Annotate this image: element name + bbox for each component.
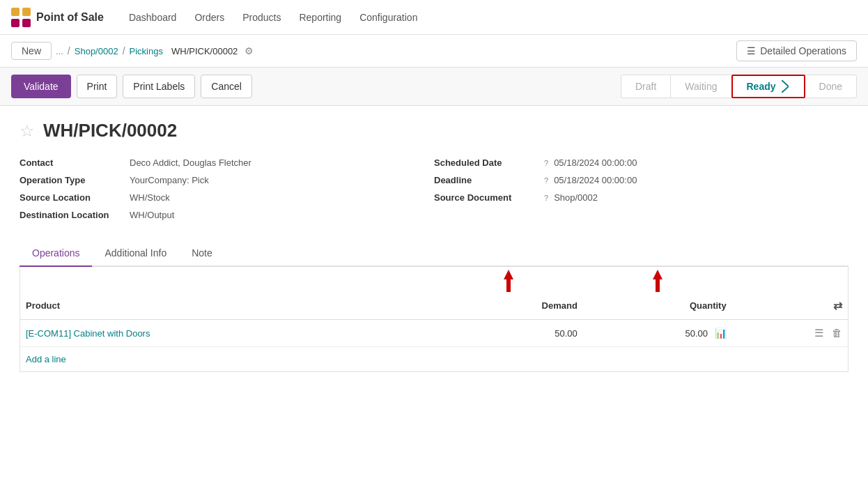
breadcrumb-shop[interactable]: Shop/0002 (75, 46, 118, 56)
breadcrumb-current: WH/PICK/00002 (171, 46, 238, 56)
fields-grid: Contact Deco Addict, Douglas Fletcher Op… (20, 154, 848, 224)
chart-bar-icon[interactable]: 📊 (715, 328, 727, 339)
source-location-value: WH/Stock (130, 192, 170, 203)
chevron-right-icon (782, 80, 789, 93)
action-buttons: Validate Print Print Labels Cancel (11, 75, 252, 98)
breadcrumb-sep1: / (68, 45, 70, 56)
step-ready-wrapper: Ready (731, 75, 805, 98)
nav-configuration[interactable]: Configuration (351, 8, 426, 27)
scheduled-date-value: 05/18/2024 00:00:00 (554, 157, 637, 168)
tab-additional-info[interactable]: Additional Info (92, 240, 179, 267)
nav-orders[interactable]: Orders (186, 8, 233, 27)
tab-operations[interactable]: Operations (20, 240, 92, 267)
add-line-button[interactable]: Add a line (26, 350, 66, 369)
record-header: ☆ WH/PICK/00002 (20, 120, 848, 141)
cancel-button[interactable]: Cancel (201, 75, 252, 98)
operation-type-value: YourCompany: Pick (130, 175, 209, 185)
add-line-container: Add a line (20, 347, 848, 371)
deadline-label: Deadline (434, 175, 538, 185)
nav-dashboard[interactable]: Dashboard (121, 8, 185, 27)
breadcrumb-bar: New ... / Shop/0002 / Pickings WH/PICK/0… (0, 35, 868, 68)
status-steps: Draft Waiting Ready Done (621, 75, 857, 98)
tab-note[interactable]: Note (179, 240, 225, 267)
nav-reporting[interactable]: Reporting (290, 8, 350, 27)
breadcrumb-dots: ... (56, 46, 63, 56)
validate-button[interactable]: Validate (11, 75, 71, 98)
demand-arrow-icon (501, 270, 516, 292)
col-demand-header: Demand (434, 292, 583, 320)
table-header-row: Product Demand Quantity ⇄ (20, 292, 848, 320)
field-contact: Contact Deco Addict, Douglas Fletcher (20, 154, 434, 171)
hamburger-icon: ☰ (747, 45, 756, 56)
step-done: Done (805, 75, 857, 98)
source-document-help: ? (544, 194, 548, 202)
step-waiting: Waiting (670, 75, 731, 98)
detailed-operations-button[interactable]: ☰ Detailed Operations (736, 40, 857, 61)
quantity-arrow-icon (650, 270, 665, 292)
detailed-ops-label: Detailed Operations (760, 45, 846, 56)
field-destination-location: Destination Location WH/Output (20, 206, 434, 224)
source-document-value: Shop/0002 (554, 192, 598, 203)
deadline-help: ? (544, 176, 548, 185)
action-bar: Validate Print Print Labels Cancel Draft… (0, 68, 868, 106)
field-scheduled-date: Scheduled Date ? 05/18/2024 00:00:00 (434, 154, 848, 171)
operation-type-label: Operation Type (20, 175, 124, 185)
arrows-row (20, 267, 848, 292)
source-document-label: Source Document (434, 192, 538, 203)
field-source-document: Source Document ? Shop/0002 (434, 189, 848, 206)
col-actions-header: ⇄ (732, 292, 848, 320)
contact-value: Deco Addict, Douglas Fletcher (130, 157, 251, 168)
record-title: WH/PICK/00002 (43, 120, 177, 141)
demand-arrow (434, 270, 583, 292)
contact-label: Contact (20, 157, 124, 168)
step-draft: Draft (621, 75, 670, 98)
col-quantity-header: Quantity (583, 292, 732, 320)
trash-icon[interactable]: 🗑 (832, 327, 842, 339)
app-title: Point of Sale (36, 11, 104, 24)
breadcrumb-pickings[interactable]: Pickings (130, 46, 163, 56)
demand-cell: 50.00 (434, 320, 583, 347)
quantity-cell: 50.00 📊 (583, 320, 732, 347)
list-icon[interactable]: ☰ (814, 327, 823, 339)
col-product-header: Product (20, 292, 434, 320)
gear-icon[interactable]: ⚙ (245, 45, 254, 56)
svg-rect-2 (11, 19, 20, 27)
breadcrumb-left: New ... / Shop/0002 / Pickings WH/PICK/0… (11, 42, 254, 60)
quantity-value: 50.00 (685, 328, 708, 339)
field-deadline: Deadline ? 05/18/2024 00:00:00 (434, 171, 848, 189)
svg-marker-4 (504, 270, 513, 292)
operations-table: Product Demand Quantity ⇄ [E-COM11] Cabi… (20, 292, 848, 347)
fields-right: Scheduled Date ? 05/18/2024 00:00:00 Dea… (434, 154, 848, 224)
tabs: Operations Additional Info Note (20, 240, 848, 267)
source-location-label: Source Location (20, 192, 124, 203)
table-container: Product Demand Quantity ⇄ [E-COM11] Cabi… (20, 267, 848, 372)
scheduled-date-help: ? (544, 159, 548, 167)
quantity-arrow (583, 270, 732, 292)
transfer-icon[interactable]: ⇄ (833, 300, 842, 311)
nav-menu: Dashboard Orders Products Reporting Conf… (121, 8, 426, 27)
scheduled-date-label: Scheduled Date (434, 157, 538, 168)
row-actions-cell: ☰ 🗑 (732, 320, 848, 347)
deadline-value: 05/18/2024 00:00:00 (554, 175, 637, 185)
svg-rect-3 (22, 19, 31, 27)
step-ready: Ready (733, 76, 804, 97)
table-row: [E-COM11] Cabinet with Doors 50.00 50.00… (20, 320, 848, 347)
svg-rect-0 (11, 8, 20, 16)
top-nav: Point of Sale Dashboard Orders Products … (0, 0, 868, 35)
field-operation-type: Operation Type YourCompany: Pick (20, 171, 434, 189)
product-cell: [E-COM11] Cabinet with Doors (20, 320, 434, 347)
print-labels-button[interactable]: Print Labels (123, 75, 195, 98)
svg-rect-1 (22, 8, 31, 16)
fields-left: Contact Deco Addict, Douglas Fletcher Op… (20, 154, 434, 224)
nav-products[interactable]: Products (234, 8, 289, 27)
field-source-location: Source Location WH/Stock (20, 189, 434, 206)
star-icon[interactable]: ☆ (20, 123, 35, 139)
destination-location-value: WH/Output (130, 210, 174, 220)
print-button[interactable]: Print (77, 75, 118, 98)
destination-location-label: Destination Location (20, 210, 124, 220)
svg-marker-5 (653, 270, 662, 292)
new-button[interactable]: New (11, 42, 52, 60)
breadcrumb-sep2: / (123, 45, 125, 56)
logo: Point of Sale (11, 8, 104, 27)
logo-icon (11, 8, 31, 27)
